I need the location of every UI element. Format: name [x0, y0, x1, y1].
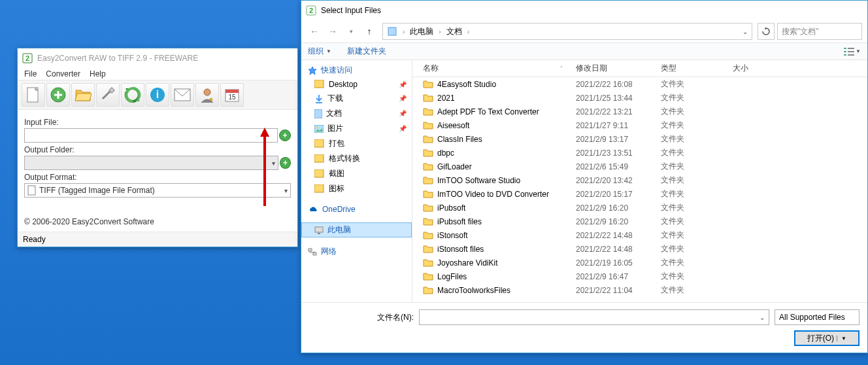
settings-button[interactable] [96, 83, 120, 107]
file-date: 2021/2/19 16:05 [576, 258, 661, 268]
menu-converter[interactable]: Converter [46, 69, 80, 78]
table-row[interactable]: 20212021/1/25 13:44文件夹 [412, 91, 867, 105]
file-type: 文件夹 [661, 188, 733, 200]
calendar-button[interactable]: 15 [220, 83, 244, 107]
table-row[interactable]: 4Easysoft Studio2021/2/22 16:08文件夹 [412, 77, 867, 91]
nav-desktop[interactable]: Desktop📌 [301, 78, 412, 91]
nav-icons[interactable]: 图标 [301, 181, 412, 196]
file-date: 2021/2/22 11:04 [576, 286, 661, 295]
app-icon: 2 [305, 5, 317, 16]
recent-button[interactable]: ▾ [343, 24, 359, 39]
user-button[interactable] [195, 83, 219, 107]
chevron-down-icon: ⌄ [760, 314, 765, 321]
main-toolbar: i 15 [18, 80, 297, 110]
new-folder-button[interactable]: 新建文件夹 [347, 46, 386, 57]
file-type: 文件夹 [661, 202, 733, 213]
mail-button[interactable] [171, 83, 194, 107]
add-output-button[interactable]: + [280, 157, 291, 169]
folder-icon [423, 231, 433, 239]
file-name: iPubsoft files [437, 217, 482, 226]
nav-thispc[interactable]: 此电脑 [301, 222, 412, 237]
table-row[interactable]: iStonsoft files2021/2/22 14:48文件夹 [412, 242, 867, 256]
table-row[interactable]: ImTOO Software Studio2021/2/20 13:42文件夹 [412, 173, 867, 187]
table-row[interactable]: Joyoshare VidiKit2021/2/19 16:05文件夹 [412, 256, 867, 269]
file-type: 文件夹 [661, 92, 733, 103]
table-row[interactable]: iPubsoft2021/2/9 16:20文件夹 [412, 201, 867, 215]
nav-downloads[interactable]: 下载📌 [301, 91, 412, 106]
up-button[interactable]: ↑ [361, 24, 377, 39]
chevron-down-icon: ▾ [272, 160, 275, 167]
nav-pictures[interactable]: 图片📌 [301, 121, 412, 136]
nav-packages[interactable]: 打包 [301, 136, 412, 151]
svg-rect-29 [314, 169, 324, 177]
main-window: 2 Easy2Convert RAW to TIFF 2.9 - FREEWAR… [17, 48, 298, 247]
document-folder-icon [387, 26, 397, 37]
nav-onedrive[interactable]: OneDrive [301, 203, 412, 216]
input-file-field[interactable] [24, 128, 278, 143]
table-row[interactable]: LogFiles2021/2/9 16:47文件夹 [412, 269, 867, 283]
file-date: 2021/2/22 16:08 [576, 80, 661, 89]
folder-icon [423, 94, 433, 102]
chevron-down-icon[interactable]: ⌄ [743, 28, 748, 35]
col-size[interactable]: 大小 [733, 63, 785, 74]
breadcrumb-root[interactable]: 此电脑 [410, 26, 433, 37]
filename-label: 文件名(N): [309, 312, 414, 323]
nav-format[interactable]: 格式转换 [301, 151, 412, 166]
file-name: dbpc [437, 148, 454, 158]
table-row[interactable]: ClassIn Files2021/2/9 13:17文件夹 [412, 132, 867, 146]
svg-rect-17 [848, 48, 854, 49]
refresh-button[interactable] [758, 23, 775, 40]
output-format-combo[interactable]: TIFF (Tagged Image File Format) ▾ [24, 183, 291, 198]
search-input[interactable]: 搜索"文档" [777, 23, 862, 40]
table-row[interactable]: GifLoader2021/2/6 15:49文件夹 [412, 160, 867, 173]
organize-row: 组织 ▼ 新建文件夹 ▼ [301, 43, 867, 60]
table-row[interactable]: Aiseesoft2021/1/27 9:11文件夹 [412, 118, 867, 132]
table-row[interactable]: MacroToolworksFiles2021/2/22 11:04文件夹 [412, 283, 867, 297]
chevron-down-icon: ▼ [856, 48, 861, 54]
file-dialog: 2 Select Input Files ← → ▾ ↑ › 此电脑 › 文档 … [301, 0, 868, 353]
filter-combo[interactable]: All Supported Files [775, 309, 860, 325]
col-name[interactable]: 名称˄ [412, 63, 576, 74]
new-file-button[interactable] [22, 83, 45, 107]
convert-button[interactable] [121, 83, 144, 107]
svg-text:i: i [156, 89, 159, 100]
folder-icon [423, 148, 433, 157]
folder-icon [423, 162, 433, 171]
svg-rect-19 [848, 51, 854, 52]
add-button[interactable] [46, 83, 70, 107]
svg-point-26 [316, 126, 318, 128]
col-type[interactable]: 类型 [661, 63, 733, 74]
back-button[interactable]: ← [307, 24, 322, 39]
table-row[interactable]: Adept PDF To Text Converter2021/2/22 13:… [412, 105, 867, 118]
nav-screenshot[interactable]: 截图 [301, 166, 412, 181]
table-row[interactable]: iPubsoft files2021/2/9 16:20文件夹 [412, 215, 867, 228]
breadcrumb-folder[interactable]: 文档 [446, 26, 462, 37]
table-row[interactable]: dbpc2021/1/23 13:51文件夹 [412, 146, 867, 160]
search-placeholder: 搜索"文档" [782, 26, 819, 37]
info-button[interactable]: i [146, 83, 169, 107]
dialog-titlebar[interactable]: 2 Select Input Files [301, 1, 867, 20]
nav-documents[interactable]: 文档📌 [301, 106, 412, 121]
file-type: 文件夹 [661, 175, 733, 186]
file-name: MacroToolworksFiles [437, 286, 510, 295]
file-name: ImTOO Video to DVD Converter [437, 190, 549, 199]
main-titlebar[interactable]: 2 Easy2Convert RAW to TIFF 2.9 - FREEWAR… [18, 48, 297, 68]
file-list[interactable]: 4Easysoft Studio2021/2/22 16:08文件夹202120… [412, 77, 867, 302]
open-button[interactable]: 打开(O)▼ [794, 330, 860, 346]
table-row[interactable]: ImTOO Video to DVD Converter2021/2/20 15… [412, 187, 867, 201]
col-date[interactable]: 修改日期 [576, 63, 661, 74]
menu-help[interactable]: Help [90, 69, 106, 78]
input-file-label: Input File: [24, 118, 291, 127]
nav-quick-access[interactable]: 快速访问 [301, 63, 412, 78]
add-input-button[interactable]: + [279, 130, 291, 141]
table-row[interactable]: iStonsoft2021/2/22 14:48文件夹 [412, 228, 867, 242]
nav-network[interactable]: 网络 [301, 244, 412, 259]
address-bar[interactable]: › 此电脑 › 文档 › ⌄ [382, 23, 752, 40]
file-name: 2021 [437, 94, 455, 103]
organize-button[interactable]: 组织 ▼ [308, 46, 331, 57]
output-folder-combo[interactable]: ▾ [24, 156, 278, 170]
open-folder-button[interactable] [71, 83, 95, 107]
view-button[interactable]: ▼ [844, 47, 861, 56]
filename-combo[interactable]: ⌄ [419, 309, 769, 325]
menu-file[interactable]: File [24, 69, 37, 78]
